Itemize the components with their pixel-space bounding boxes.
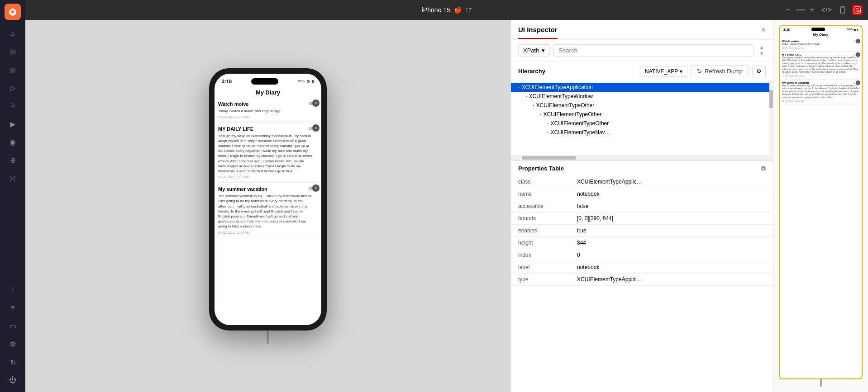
sliders-icon[interactable]: ≡ xyxy=(5,300,21,316)
video-icon[interactable]: ▷ xyxy=(5,80,21,96)
tree-item-other-3-label: XCUIElementTypeOther xyxy=(551,120,609,127)
prop-value-enabled: true xyxy=(577,227,587,234)
topbar: iPhone 15 🍎 17 − + </> xyxy=(25,0,868,20)
native-app-chevron-icon: ▾ xyxy=(680,68,682,75)
delete-entry-1-button[interactable]: × xyxy=(312,99,320,107)
prop-row-label: label notebook xyxy=(511,261,773,274)
native-app-select[interactable]: NATIVE_APP ▾ xyxy=(640,66,687,77)
sidebar: ⌂ ⊞ ◎ ▷ ⚐ ▶ ◉ ⊕ )·( ↑ ≡ ▭ ⚙ ↻ ⏻ xyxy=(0,0,25,392)
copy-properties-button[interactable]: ⧉ xyxy=(761,165,766,172)
prop-row-index: index 0 xyxy=(511,249,773,261)
tree-item-application-label: XCUIElementTypeApplication xyxy=(522,84,593,90)
globe-icon[interactable]: ◉ xyxy=(5,134,21,150)
phone-area: 3:18 SOS ⚙ ▮ My Diary × xyxy=(25,20,510,392)
inspector-search-row: XPath ▾ ▲ ▼ xyxy=(511,40,773,61)
preview-entry-1-date: 05-28-2020, 12:03 AM xyxy=(782,47,859,49)
prop-key-accessible: accessible xyxy=(518,203,577,209)
phone-notch xyxy=(251,78,278,85)
sos-icon: SOS xyxy=(298,80,305,83)
grid-icon[interactable]: ⊞ xyxy=(5,43,21,60)
search-arrows: ▲ ▼ xyxy=(758,45,766,57)
tree-item-window[interactable]: • XCUIElementTypeWindow xyxy=(511,92,773,101)
wifi-icon[interactable]: )·( xyxy=(5,170,21,186)
preview-content: × Watch moive EDIT Today i watch a moive… xyxy=(780,38,862,104)
apple-icon: 🍎 xyxy=(454,6,462,14)
search-prev-button[interactable]: ▲ xyxy=(758,45,766,50)
phone-time: 3:18 xyxy=(222,79,232,84)
inspector-panel: UI Inspector × XPath ▾ ▲ ▼ xyxy=(510,20,773,392)
tree-item-nav[interactable]: • XCUIElementTypeNav… xyxy=(511,128,773,137)
hierarchy-tree: • XCUIElementTypeApplication • XCUIEleme… xyxy=(511,81,773,155)
settings-icon[interactable]: ⚙ xyxy=(5,336,21,352)
tree-item-other-3[interactable]: • XCUIElementTypeOther xyxy=(511,119,773,128)
preview-entry-3-title: My summer vacation xyxy=(782,81,809,84)
search-input-wrap xyxy=(553,44,754,57)
wifi-status-icon: ⚙ xyxy=(306,79,310,84)
preview-app-title: My Diary xyxy=(780,31,862,38)
crosshair-icon[interactable]: ⊕ xyxy=(5,152,21,168)
bug-icon[interactable]: ⚐ xyxy=(5,98,21,114)
prop-value-height: 844 xyxy=(577,240,586,246)
preview-entry-2: × MY DAILY LIFE EDIT Though my daily lif… xyxy=(782,52,859,80)
tablet-icon[interactable]: ▭ xyxy=(5,318,21,334)
play-circle-icon[interactable]: ▶ xyxy=(5,116,21,132)
hierarchy-header: Hierarchy NATIVE_APP ▾ ↻ Refresh Dump ⚙ xyxy=(511,61,773,81)
phone-frame: 3:18 SOS ⚙ ▮ My Diary × xyxy=(209,68,327,344)
preview-phone-outer: 3:18 SOS ◉ ▮ My Diary × xyxy=(779,25,863,379)
tree-item-other-1-label: XCUIElementTypeOther xyxy=(536,102,595,109)
refresh-dump-button[interactable]: ↻ Refresh Dump xyxy=(691,65,749,77)
tree-item-other-2[interactable]: • XCUIElementTypeOther xyxy=(511,110,773,119)
refresh-icon[interactable]: ↻ xyxy=(5,354,21,370)
inspector-close-button[interactable]: × xyxy=(761,25,766,39)
preview-battery-icon: ▮ xyxy=(857,28,858,31)
phone-screen: 3:18 SOS ⚙ ▮ My Diary × xyxy=(215,74,321,325)
prop-row-enabled: enabled true xyxy=(511,225,773,237)
device-name: iPhone 15 xyxy=(422,6,450,14)
preview-wifi-icon: ◉ xyxy=(854,28,856,31)
tree-item-nav-label: XCUIElementTypeNav… xyxy=(551,129,610,136)
entry-3-header: My summer vacation EDIT xyxy=(218,186,318,192)
xpath-select[interactable]: XPath ▾ xyxy=(518,44,550,57)
search-next-button[interactable]: ▼ xyxy=(758,51,766,57)
preview-delete-2: × xyxy=(856,52,860,57)
hierarchy-scrollbar[interactable] xyxy=(769,81,773,155)
zoom-separator xyxy=(796,9,805,10)
preview-delete-1: × xyxy=(856,39,860,43)
zoom-out-button[interactable]: − xyxy=(784,4,792,16)
inspector-title: UI Inspector xyxy=(518,26,558,39)
upload-icon[interactable]: ↑ xyxy=(5,282,21,298)
preview-entry-1-text: Today i watch a moive,and very happy xyxy=(782,43,859,46)
xpath-chevron-icon: ▾ xyxy=(542,47,545,54)
code-view-button[interactable]: </> xyxy=(820,4,834,16)
delete-entry-3-button[interactable]: × xyxy=(312,184,320,192)
battery-indicator: 17 xyxy=(465,7,472,14)
phone-device: 3:18 SOS ⚙ ▮ My Diary × xyxy=(209,68,327,331)
preview-status-icons: SOS ◉ ▮ xyxy=(847,28,858,31)
prop-key-enabled: enabled xyxy=(518,227,577,234)
tree-item-application[interactable]: • XCUIElementTypeApplication xyxy=(511,83,773,92)
tree-item-other-1[interactable]: • XCUIElementTypeOther xyxy=(511,101,773,110)
preview-entry-2-text: Though my daily life is extremely monoto… xyxy=(782,56,859,74)
inspector-button[interactable] xyxy=(852,5,863,15)
zoom-in-button[interactable]: + xyxy=(808,4,816,16)
delete-entry-2-button[interactable]: × xyxy=(312,124,320,132)
preview-cable xyxy=(820,379,822,387)
preview-entry-2-title: MY DAILY LIFE xyxy=(782,53,801,56)
power-icon[interactable]: ⏻ xyxy=(5,372,21,388)
home-icon[interactable]: ⌂ xyxy=(5,25,21,42)
refresh-icon: ↻ xyxy=(697,68,702,75)
preview-time: 3:18 xyxy=(783,28,790,31)
prop-value-class: XCUIElementTypeApplic… xyxy=(577,179,642,185)
prop-row-bounds: bounds [0, 0][390, 844] xyxy=(511,213,773,225)
hierarchy-hscroll xyxy=(511,155,773,161)
app-logo[interactable] xyxy=(5,4,21,20)
xpath-label: XPath xyxy=(523,47,539,54)
prop-key-height: height xyxy=(518,240,577,246)
hierarchy-settings-button[interactable]: ⚙ xyxy=(752,65,766,77)
preview-entry-1: × Watch moive EDIT Today i watch a moive… xyxy=(782,38,859,52)
prop-key-index: index xyxy=(518,252,577,258)
search-input[interactable] xyxy=(553,44,754,57)
device-button[interactable] xyxy=(837,5,848,15)
topbar-controls: − + </> xyxy=(784,4,863,16)
camera-icon[interactable]: ◎ xyxy=(5,61,21,78)
